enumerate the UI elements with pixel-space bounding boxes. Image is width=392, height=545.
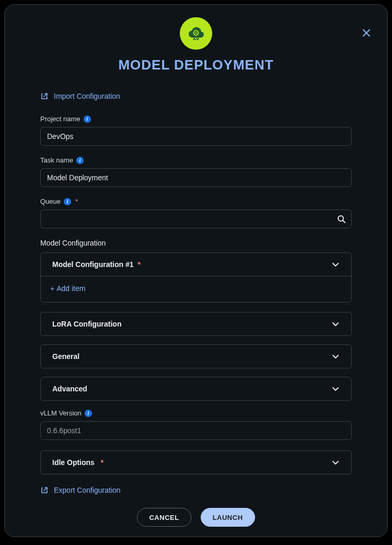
vllm-label-text: vLLM Version xyxy=(40,409,82,417)
task-name-label: Task name i xyxy=(40,156,352,164)
required-marker: * xyxy=(75,198,78,205)
cancel-button[interactable]: CANCEL xyxy=(137,508,191,527)
task-name-label-text: Task name xyxy=(40,156,73,164)
deployment-modal: MODEL DEPLOYMENT Import Configuration Pr… xyxy=(4,4,388,537)
plus-icon: + xyxy=(50,284,54,293)
model-config-item-1-title: Model Configuration #1 xyxy=(52,260,134,269)
queue-label: Queue i * xyxy=(40,198,352,205)
chevron-down-icon xyxy=(331,458,340,467)
info-icon[interactable]: i xyxy=(84,115,91,123)
project-name-label-text: Project name xyxy=(40,115,80,123)
chevron-down-icon xyxy=(331,352,340,361)
idle-accordion: Idle Options * xyxy=(40,450,352,474)
lora-accordion-header[interactable]: LoRA Configuration xyxy=(41,312,351,335)
info-icon[interactable]: i xyxy=(85,410,92,417)
general-accordion-header[interactable]: General xyxy=(41,345,351,368)
general-title: General xyxy=(52,352,79,361)
model-config-label: Model Configuration xyxy=(40,239,352,247)
model-config-group: Model Configuration #1 * + Add item xyxy=(40,252,352,303)
idle-title: Idle Options xyxy=(52,458,95,467)
advanced-title: Advanced xyxy=(52,385,87,393)
add-item-button[interactable]: + Add item xyxy=(41,276,351,302)
modal-header: MODEL DEPLOYMENT xyxy=(24,17,368,73)
export-config-link[interactable]: Export Configuration xyxy=(40,486,352,494)
modal-body: Import Configuration Project name i Task… xyxy=(24,92,368,527)
project-name-input[interactable] xyxy=(40,127,352,146)
vllm-input[interactable] xyxy=(40,421,352,440)
search-icon[interactable] xyxy=(337,215,345,223)
task-name-input[interactable] xyxy=(40,168,352,187)
model-config-item-1: Model Configuration #1 * xyxy=(41,253,351,276)
required-marker: * xyxy=(99,458,103,467)
advanced-accordion-header[interactable]: Advanced xyxy=(41,377,351,400)
add-item-label: Add item xyxy=(56,284,85,293)
modal-footer: CANCEL LAUNCH xyxy=(40,508,352,527)
info-icon[interactable]: i xyxy=(64,198,71,205)
advanced-accordion: Advanced xyxy=(40,377,352,401)
import-config-label: Import Configuration xyxy=(54,92,120,100)
chevron-down-icon xyxy=(331,320,340,328)
close-icon xyxy=(362,29,371,37)
launch-button[interactable]: LAUNCH xyxy=(201,508,255,527)
chevron-down-icon xyxy=(331,260,340,269)
general-accordion: General xyxy=(40,344,352,368)
export-icon xyxy=(40,486,49,494)
lora-accordion: LoRA Configuration xyxy=(40,312,352,336)
chevron-down-icon xyxy=(331,385,340,393)
idle-accordion-header[interactable]: Idle Options * xyxy=(41,451,351,474)
export-config-label: Export Configuration xyxy=(54,486,121,494)
queue-label-text: Queue xyxy=(40,198,61,205)
lora-title: LoRA Configuration xyxy=(52,320,121,328)
import-icon xyxy=(40,92,49,100)
required-marker: * xyxy=(138,260,141,269)
info-icon[interactable]: i xyxy=(76,157,84,164)
close-button[interactable] xyxy=(360,27,373,39)
svg-point-1 xyxy=(195,32,197,33)
model-config-item-1-header[interactable]: Model Configuration #1 * xyxy=(41,253,351,276)
deployment-cloud-icon xyxy=(180,17,212,50)
import-config-link[interactable]: Import Configuration xyxy=(40,92,352,100)
modal-title: MODEL DEPLOYMENT xyxy=(24,57,368,73)
vllm-label: vLLM Version i xyxy=(40,409,352,417)
project-name-label: Project name i xyxy=(40,115,352,123)
queue-input[interactable] xyxy=(40,210,352,228)
